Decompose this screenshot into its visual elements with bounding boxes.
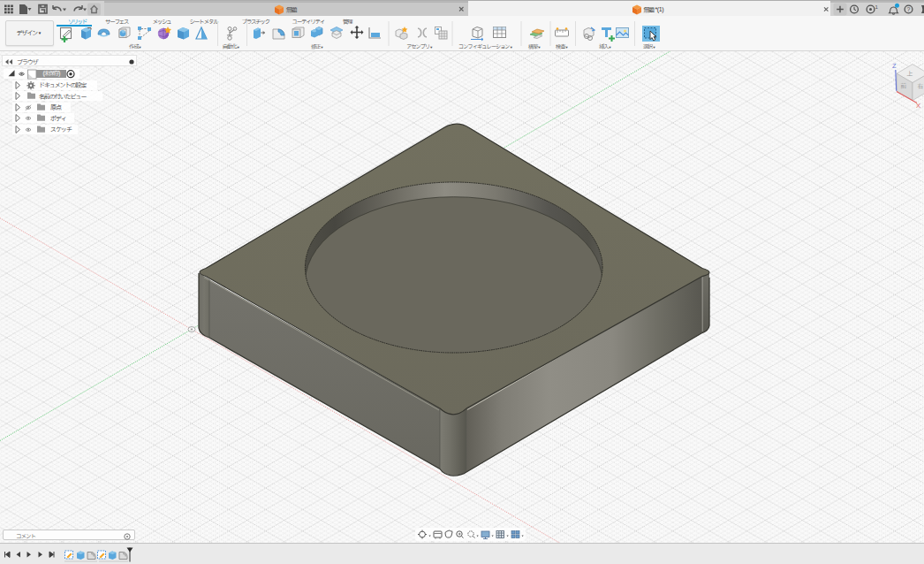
svg-text:右: 右 (917, 82, 923, 91)
svg-text:前: 前 (901, 82, 907, 91)
svg-text:無題: 無題 (643, 6, 655, 15)
svg-text:Z: Z (892, 61, 897, 71)
svg-text:上: 上 (907, 70, 913, 79)
svg-text:?: ? (907, 6, 911, 12)
svg-text:無題: 無題 (286, 6, 298, 15)
svg-text:1: 1 (875, 4, 879, 10)
svg-text:*(1): *(1) (655, 6, 664, 13)
svg-text:X: X (916, 101, 920, 111)
